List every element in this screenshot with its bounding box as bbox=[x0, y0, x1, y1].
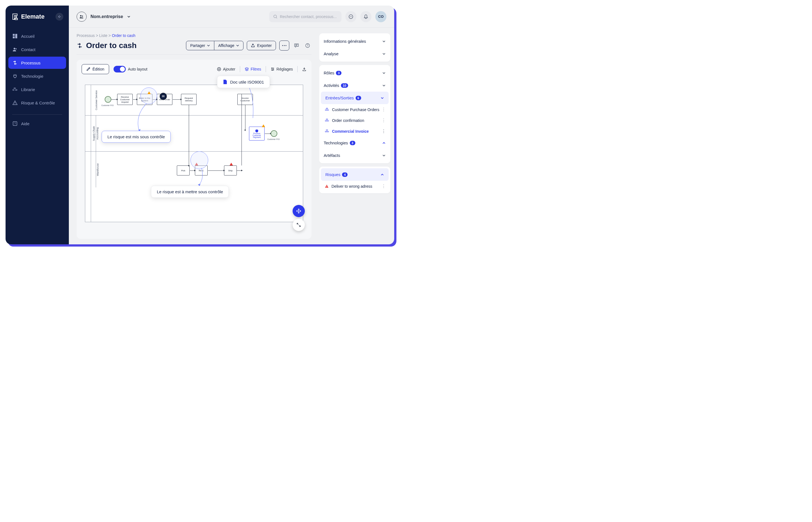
nav-contact[interactable]: Contact bbox=[8, 43, 66, 56]
more-icon[interactable]: ⋮ bbox=[382, 118, 386, 123]
chevron-up-icon bbox=[380, 173, 384, 177]
search-placeholder: Rechercher contact, processus... bbox=[280, 15, 337, 19]
io-item[interactable]: Order confirmation ⋮ bbox=[319, 115, 390, 126]
nav-home[interactable]: Accueil bbox=[8, 30, 66, 42]
row-roles[interactable]: Rôles3 bbox=[319, 67, 390, 79]
svg-rect-3 bbox=[15, 34, 17, 38]
nav-processus[interactable]: Processus bbox=[8, 57, 66, 69]
comment-button[interactable] bbox=[292, 42, 300, 49]
warning-icon bbox=[12, 100, 18, 105]
topbar: Nom.entreprise Rechercher contact, proce… bbox=[69, 5, 394, 28]
toolbar-left: Édition Auto layout bbox=[82, 64, 147, 74]
message-event-icon[interactable]: ✉ bbox=[160, 93, 167, 100]
row-general[interactable]: Informations générales bbox=[319, 35, 390, 47]
process-icon bbox=[77, 42, 83, 48]
node-process-payment[interactable]: Process Customer Payment bbox=[249, 127, 265, 140]
filters-button[interactable]: Flitres bbox=[245, 67, 261, 72]
download-button[interactable] bbox=[302, 67, 306, 72]
chevron-down-icon bbox=[382, 84, 386, 87]
search-input[interactable]: Rechercher contact, processus... bbox=[269, 11, 342, 22]
lane-label: Supply Chain bbox=[93, 126, 95, 141]
workspace: Processus > Liste > Order to cash Order … bbox=[69, 28, 319, 244]
node-request-delivery[interactable]: Request delivery bbox=[181, 94, 197, 105]
chat-button[interactable] bbox=[345, 11, 357, 22]
right-panel: Informations générales Analyse Rôles3 Ac bbox=[319, 28, 394, 244]
move-icon bbox=[296, 208, 302, 214]
callout-doc[interactable]: Doc utile ISO9001 bbox=[217, 76, 270, 88]
canvas[interactable]: Édition Auto layout Ajouter Flitres bbox=[77, 60, 311, 239]
add-button[interactable]: Ajouter bbox=[217, 67, 235, 72]
svg-point-26 bbox=[273, 69, 274, 70]
cubes-icon bbox=[325, 129, 329, 134]
lane-customer-service: Customer Service Customer P/O Receive Cu… bbox=[85, 85, 303, 116]
nav-risque[interactable]: Risque & Contrôle bbox=[8, 97, 66, 109]
end-event[interactable] bbox=[271, 130, 277, 137]
help-icon: ? bbox=[12, 121, 18, 126]
edit-button[interactable]: Édition bbox=[82, 64, 109, 74]
org-selector[interactable]: Nom.entreprise bbox=[77, 12, 131, 22]
lane-label: Warehouse bbox=[96, 163, 99, 176]
svg-rect-32 bbox=[326, 187, 327, 187]
layers-icon bbox=[245, 67, 249, 72]
more-icon[interactable]: ⋮ bbox=[382, 183, 386, 189]
highlight-circle bbox=[190, 151, 208, 169]
risk-item[interactable]: Deliver to wrong adress ⋮ bbox=[319, 181, 390, 192]
expand-icon bbox=[296, 222, 301, 227]
dashboard-icon bbox=[12, 33, 18, 39]
separator bbox=[297, 66, 298, 72]
nav-librarie[interactable]: Librarie bbox=[8, 83, 66, 96]
io-item[interactable]: Customer Purchase Orders ⋮ bbox=[319, 104, 390, 115]
crumb[interactable]: Processus bbox=[77, 33, 95, 38]
start-event[interactable] bbox=[105, 96, 111, 103]
fit-view-button[interactable] bbox=[292, 205, 305, 217]
warning-icon bbox=[325, 184, 329, 188]
help-button[interactable]: ? bbox=[304, 42, 311, 49]
export-button[interactable]: Exporter bbox=[247, 41, 276, 50]
fullscreen-button[interactable] bbox=[292, 219, 305, 231]
collapse-sidebar-button[interactable] bbox=[56, 13, 63, 21]
shield-icon bbox=[255, 129, 259, 133]
row-technologies[interactable]: Technologies3 bbox=[319, 137, 390, 149]
pencil-icon bbox=[86, 67, 90, 71]
display-button[interactable]: Affichage bbox=[214, 41, 243, 50]
callout-risk-controlled[interactable]: Le risque est mis sous contrôle bbox=[102, 131, 171, 143]
io-item-active[interactable]: Commercial Invoice ⋮ bbox=[319, 126, 390, 137]
node-pick[interactable]: Pick bbox=[177, 165, 189, 176]
svg-point-27 bbox=[272, 70, 272, 71]
svg-point-12 bbox=[82, 16, 83, 17]
more-icon bbox=[282, 45, 286, 46]
share-button[interactable]: Partager bbox=[186, 41, 214, 50]
settings-button[interactable]: Réglages bbox=[270, 67, 293, 72]
nav-help[interactable]: ? Aide bbox=[8, 117, 66, 130]
org-icon bbox=[77, 12, 87, 22]
risk-red-icon bbox=[229, 163, 233, 165]
row-analysis[interactable]: Analyse bbox=[319, 47, 390, 60]
toolbar-right: Ajouter Flitres Réglages bbox=[217, 66, 306, 72]
avatar[interactable]: CO bbox=[375, 11, 386, 22]
row-io[interactable]: Entrées/Sorties6 bbox=[321, 92, 389, 104]
auto-layout-toggle[interactable]: Auto layout bbox=[114, 66, 147, 73]
panel-risks: Risques4 Deliver to wrong adress ⋮ bbox=[319, 166, 390, 193]
node-invoice[interactable]: Invoice Customer bbox=[237, 94, 253, 105]
chevron-down-icon bbox=[382, 154, 386, 157]
svg-text:?: ? bbox=[14, 122, 16, 125]
row-artefacts[interactable]: Artéfacts bbox=[319, 149, 390, 162]
bell-button[interactable] bbox=[360, 11, 371, 22]
crumb[interactable]: Liste bbox=[99, 33, 107, 38]
nav-label: Aide bbox=[21, 121, 29, 126]
more-button[interactable] bbox=[279, 41, 289, 51]
more-icon[interactable]: ⋮ bbox=[382, 107, 386, 112]
node-receive[interactable]: Receive Customer request bbox=[117, 94, 133, 105]
nav-technologie[interactable]: Technologie bbox=[8, 70, 66, 82]
toggle-switch[interactable] bbox=[114, 66, 126, 73]
row-activities[interactable]: Activités10 bbox=[319, 79, 390, 92]
chevron-down-icon bbox=[236, 44, 239, 47]
more-icon[interactable]: ⋮ bbox=[382, 128, 386, 134]
callout-risk-todo[interactable]: Le risque est à mettre sous contrôle bbox=[151, 186, 229, 198]
node-ship[interactable]: Ship bbox=[224, 165, 237, 176]
row-risks[interactable]: Risques4 bbox=[321, 168, 389, 181]
nav-label: Processus bbox=[21, 61, 41, 65]
logo-icon bbox=[11, 13, 19, 21]
content: Processus > Liste > Order to cash Order … bbox=[69, 28, 394, 244]
chevron-down-icon bbox=[127, 15, 131, 19]
